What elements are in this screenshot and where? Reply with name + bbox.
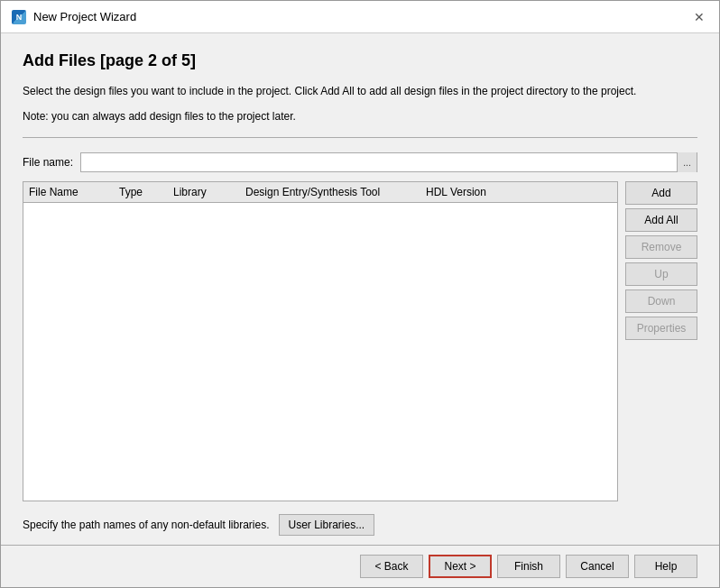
col-header-library: Library <box>173 186 245 198</box>
wizard-window: N New Project Wizard ✕ Add Files [page 2… <box>0 0 720 588</box>
add-all-button[interactable]: Add All <box>625 208 697 232</box>
file-name-wrapper: ... <box>80 152 697 172</box>
col-header-filename: File Name <box>29 186 119 198</box>
down-button[interactable]: Down <box>625 289 697 313</box>
page-title: Add Files [page 2 of 5] <box>23 51 697 70</box>
remove-button[interactable]: Remove <box>625 235 697 259</box>
libraries-row: Specify the path names of any non-defaul… <box>23 514 697 536</box>
table-header: File Name Type Library Design Entry/Synt… <box>23 182 617 203</box>
finish-button[interactable]: Finish <box>497 555 560 578</box>
main-area: File Name Type Library Design Entry/Synt… <box>23 181 697 501</box>
next-button[interactable]: Next > <box>429 555 492 578</box>
properties-button[interactable]: Properties <box>625 317 697 340</box>
up-button[interactable]: Up <box>625 262 697 286</box>
title-bar: N New Project Wizard ✕ <box>1 1 719 33</box>
file-name-input[interactable] <box>81 153 677 171</box>
col-header-type: Type <box>119 186 173 198</box>
description-line2: Note: you can always add design files to… <box>23 108 697 124</box>
cancel-button[interactable]: Cancel <box>566 555 629 578</box>
file-name-label: File name: <box>23 156 73 169</box>
back-button[interactable]: < Back <box>360 555 423 578</box>
file-name-row: File name: ... <box>23 152 697 172</box>
col-header-hdl: HDL Version <box>426 186 516 198</box>
description-line1: Select the design files you want to incl… <box>23 83 697 99</box>
help-button[interactable]: Help <box>634 555 697 578</box>
footer: < Back Next > Finish Cancel Help <box>1 545 719 587</box>
browse-button[interactable]: ... <box>677 152 697 172</box>
side-buttons: Add Add All Remove Up Down Properties <box>625 181 697 501</box>
close-button[interactable]: ✕ <box>690 8 708 26</box>
divider <box>23 137 697 138</box>
add-button[interactable]: Add <box>625 181 697 205</box>
col-header-design: Design Entry/Synthesis Tool <box>245 186 426 198</box>
libraries-label: Specify the path names of any non-defaul… <box>23 519 270 531</box>
window-icon: N <box>12 10 26 24</box>
user-libraries-button[interactable]: User Libraries... <box>279 514 375 536</box>
main-content: Add Files [page 2 of 5] Select the desig… <box>1 33 719 545</box>
file-table: File Name Type Library Design Entry/Synt… <box>23 181 618 501</box>
window-title: New Project Wizard <box>33 10 136 23</box>
